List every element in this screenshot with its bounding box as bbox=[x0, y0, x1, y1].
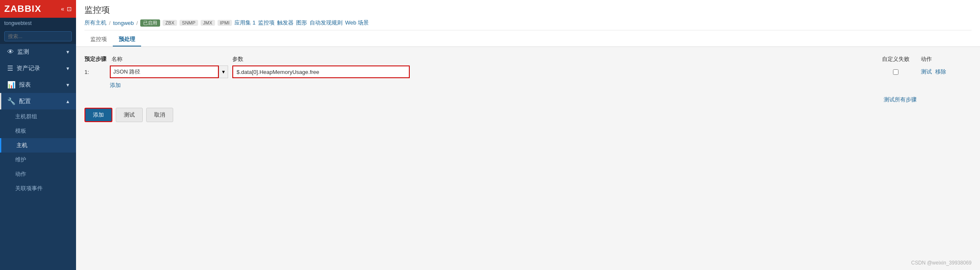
ipmi-tag: IPMI bbox=[218, 20, 232, 26]
sidebar-search-wrapper bbox=[0, 29, 76, 44]
chevron-icon: ▼ bbox=[65, 49, 70, 55]
add-button[interactable]: 添加 bbox=[84, 108, 112, 122]
tab-monitor-item[interactable]: 监控项 bbox=[84, 33, 113, 46]
col-params-header: 参数 bbox=[228, 55, 870, 63]
cancel-button[interactable]: 取消 bbox=[146, 108, 173, 122]
sidebar-item-hosts[interactable]: 主机 bbox=[0, 138, 76, 153]
step-name-input[interactable] bbox=[110, 65, 219, 78]
params-input[interactable] bbox=[232, 65, 410, 78]
sidebar-item-maintenance[interactable]: 维护 bbox=[0, 153, 76, 167]
sidebar-item-config[interactable]: 🔧 配置 ▲ bbox=[0, 93, 76, 109]
sidebar-item-templates[interactable]: 模板 bbox=[0, 124, 76, 138]
col-custom-fail-header: 自定义失败 bbox=[870, 55, 921, 63]
col-action-header: 动作 bbox=[921, 55, 972, 63]
chevron-up-icon: ▲ bbox=[65, 99, 70, 104]
sidebar-username: tongwebtest bbox=[0, 18, 76, 29]
trigger-link[interactable]: 触发器 bbox=[277, 19, 294, 27]
all-hosts-link[interactable]: 所有主机 bbox=[84, 19, 106, 27]
zabbix-logo: ZABBIX bbox=[4, 3, 41, 14]
action-links-wrapper: 测试 移除 bbox=[921, 68, 972, 76]
name-field-wrapper: ▼ bbox=[110, 65, 228, 78]
step-num: 1: bbox=[84, 69, 110, 75]
monitor-item-link[interactable]: 监控项 bbox=[258, 19, 275, 27]
custom-fail-check-wrapper bbox=[870, 69, 921, 75]
zbx-tag: ZBX bbox=[163, 20, 177, 26]
main-tabs: 监控项 预处理 bbox=[84, 33, 972, 46]
test-all-row: 测试所有步骤 bbox=[84, 96, 972, 104]
test-link[interactable]: 测试 bbox=[921, 68, 932, 76]
sidebar-item-reports-label: 报表 bbox=[19, 81, 31, 89]
form-buttons: 添加 测试 取消 bbox=[84, 108, 972, 122]
test-button[interactable]: 测试 bbox=[116, 108, 143, 122]
reports-icon: 📊 bbox=[7, 81, 16, 89]
preprocess-row: 1: ▼ 测试 移除 bbox=[84, 65, 972, 78]
search-input[interactable] bbox=[4, 31, 72, 41]
sidebar-item-host-groups[interactable]: 主机群组 bbox=[0, 109, 76, 124]
remove-link[interactable]: 移除 bbox=[935, 68, 946, 76]
sidebar-item-assets[interactable]: ☰ 资产记录 ▼ bbox=[0, 60, 76, 76]
content-area: 预定步骤 名称 参数 自定义失败 动作 1: ▼ bbox=[76, 47, 980, 270]
breadcrumb: 所有主机 / tongweb / 已启用 ZBX SNMP JMX IPMI 应… bbox=[84, 19, 972, 30]
host-link[interactable]: tongweb bbox=[113, 20, 134, 26]
sidebar-item-actions[interactable]: 动作 bbox=[0, 167, 76, 181]
add-link-row: 添加 bbox=[84, 82, 972, 89]
web-scene-link[interactable]: Web 场景 bbox=[345, 19, 369, 27]
assets-icon: ☰ bbox=[7, 64, 13, 72]
breadcrumb-sep-1: / bbox=[109, 20, 111, 26]
watermark: CSDN @weixin_39938069 bbox=[911, 260, 972, 266]
breadcrumb-sep-2: / bbox=[136, 20, 138, 26]
sidebar-item-assets-label: 资产记录 bbox=[16, 65, 40, 72]
jmx-tag: JMX bbox=[201, 20, 215, 26]
discovery-link[interactable]: 自动发现规则 bbox=[310, 19, 343, 27]
sidebar: ZABBIX « ⊡ tongwebtest 👁 监测 ▼ ☰ 资产记录 ▼ 📊… bbox=[0, 0, 76, 270]
name-dropdown-btn[interactable]: ▼ bbox=[219, 65, 228, 78]
test-all-link[interactable]: 测试所有步骤 bbox=[884, 96, 917, 104]
sidebar-item-event-correlation[interactable]: 关联项事件 bbox=[0, 181, 76, 196]
chevron-icon: ▼ bbox=[65, 66, 70, 71]
sidebar-header: ZABBIX « ⊡ bbox=[0, 0, 76, 18]
monitor-icon: 👁 bbox=[7, 48, 14, 56]
collapse-icon[interactable]: « bbox=[61, 5, 64, 12]
main-content: 监控项 所有主机 / tongweb / 已启用 ZBX SNMP JMX IP… bbox=[76, 0, 980, 270]
sidebar-item-monitor-label: 监测 bbox=[17, 48, 29, 56]
enabled-badge: 已启用 bbox=[140, 19, 160, 27]
preprocess-label: 预定步骤 bbox=[84, 55, 110, 63]
params-field-wrapper bbox=[232, 65, 866, 78]
add-step-link[interactable]: 添加 bbox=[110, 82, 121, 88]
col-name-header: 名称 bbox=[110, 55, 228, 63]
sidebar-item-config-label: 配置 bbox=[19, 98, 31, 105]
sidebar-item-monitor[interactable]: 👁 监测 ▼ bbox=[0, 44, 76, 60]
preprocess-form: 预定步骤 名称 参数 自定义失败 动作 1: ▼ bbox=[84, 55, 972, 122]
custom-fail-checkbox[interactable] bbox=[893, 69, 898, 75]
app-set-link[interactable]: 应用集 1 bbox=[234, 19, 256, 27]
snmp-tag: SNMP bbox=[180, 20, 198, 26]
sidebar-header-icons: « ⊡ bbox=[61, 5, 72, 12]
sidebar-item-reports[interactable]: 📊 报表 ▼ bbox=[0, 76, 76, 93]
page-header: 监控项 所有主机 / tongweb / 已启用 ZBX SNMP JMX IP… bbox=[76, 0, 980, 47]
chevron-icon: ▼ bbox=[65, 82, 70, 87]
graph-link[interactable]: 图形 bbox=[296, 19, 307, 27]
page-title: 监控项 bbox=[84, 4, 972, 16]
tab-preprocess[interactable]: 预处理 bbox=[113, 33, 141, 46]
config-icon: 🔧 bbox=[7, 97, 16, 105]
fullscreen-icon[interactable]: ⊡ bbox=[67, 5, 72, 12]
sidebar-nav: 👁 监测 ▼ ☰ 资产记录 ▼ 📊 报表 ▼ 🔧 配置 ▲ 主机群组 模板 主机… bbox=[0, 44, 76, 270]
